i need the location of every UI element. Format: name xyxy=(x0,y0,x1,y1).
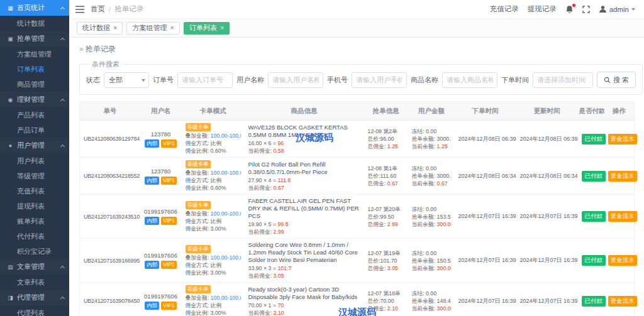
status-label: 状态 xyxy=(86,75,100,85)
method-label: 佣金方式: xyxy=(186,218,209,224)
tab-order-list[interactable]: 订单列表 xyxy=(184,22,230,35)
fund-flow-button[interactable]: 资金流水 xyxy=(608,134,637,144)
update-time: 2024年12月07日 16:39:19 xyxy=(516,239,578,283)
card-mode-tag: 等级卡单 xyxy=(186,201,211,209)
sidebar-item-order-list[interactable]: 订单列表 xyxy=(0,62,69,77)
update-time: 2024年12月08日 06:39:23 xyxy=(516,121,578,158)
product-title: Pilot G2 Roller Ball Pen Refill 0.38/0.5… xyxy=(248,161,360,176)
withdraw-record-link[interactable]: 提现记录 xyxy=(528,4,557,14)
sidebar-item-article-list[interactable]: 文章列表 xyxy=(0,275,69,290)
paid-badge: 已付款 xyxy=(582,211,606,222)
sidebar-item-stats-data[interactable]: 统计数据 xyxy=(0,16,69,31)
status-select[interactable]: 全部 xyxy=(104,72,149,88)
user-menu[interactable]: admin xyxy=(599,5,635,13)
sidebar-item-agent-list[interactable]: 代理列表 xyxy=(0,305,69,316)
calc-result: 101.7 xyxy=(277,265,291,271)
fund-flow-button[interactable]: 资金流水 xyxy=(608,211,637,222)
sidebar-item-points-record[interactable]: 积分宝记录 xyxy=(0,244,69,259)
current-commission-label: 当前佣金: xyxy=(248,310,272,316)
sidebar-item-product-orders[interactable]: 产品订单 xyxy=(0,123,69,138)
user-name-input[interactable] xyxy=(268,72,323,88)
chevron-up-icon xyxy=(60,37,65,41)
sidebar-item-goods-mgmt[interactable]: 商品管理 xyxy=(0,77,69,92)
close-icon[interactable] xyxy=(113,25,117,31)
current-commission-value: 0.67 xyxy=(274,185,284,191)
fund-flow-button[interactable]: 资金流水 xyxy=(608,296,637,307)
chevron-up-icon xyxy=(60,296,65,300)
user-tag-vip: VIP1 xyxy=(161,302,176,310)
fullscreen-icon[interactable] xyxy=(582,6,590,13)
search-button[interactable]: 搜 索 xyxy=(597,72,636,88)
tab-plan-group[interactable]: 方案组管理 xyxy=(126,22,179,35)
sidebar-item-plan-group[interactable]: 方案组管理 xyxy=(0,46,69,62)
column-header: 是否付款 xyxy=(578,102,604,121)
goods-name-input[interactable] xyxy=(442,72,497,88)
bell-icon[interactable] xyxy=(565,5,574,14)
total-commission-value: 2.99 xyxy=(387,221,398,227)
sidebar-group-user-mgmt[interactable]: ● 用户管理 xyxy=(0,138,69,153)
sidebar-group-finance-mgmt[interactable]: ◉ 理财管理 xyxy=(0,92,69,107)
order-no: UB2412080634218552 xyxy=(80,158,140,195)
current-commission-value: 0.58 xyxy=(274,148,284,154)
user-tag-vip: VIP1 xyxy=(161,139,176,148)
sidebar-item-user-list[interactable]: 用户列表 xyxy=(0,153,69,168)
grab-balance-value: 150.52 xyxy=(437,258,451,264)
update-time: 2024年12月07日 16:39:17 xyxy=(516,283,578,316)
total-commission-label: 总佣金: xyxy=(368,305,386,312)
tab-label: 订单列表 xyxy=(189,23,217,33)
tab-label: 统计数据 xyxy=(82,23,110,33)
close-icon[interactable] xyxy=(220,25,224,31)
hamburger-icon[interactable] xyxy=(75,6,84,13)
order-time-input[interactable] xyxy=(533,72,593,88)
order-time-label: 下单时间 xyxy=(501,75,529,85)
fund-flow-button[interactable]: 资金流水 xyxy=(608,171,637,182)
order-no-input[interactable] xyxy=(177,72,233,88)
phone-label: 手机号 xyxy=(327,75,348,85)
stack-label: 叠加金额: xyxy=(186,295,209,301)
sidebar-item-withdraw-list[interactable]: 提现列表 xyxy=(0,199,69,214)
notification-dot xyxy=(572,4,575,7)
current-balance-value: 0.67 xyxy=(437,180,448,187)
breadcrumb-home[interactable]: 首页 xyxy=(91,4,105,14)
ratio-label: 佣金比例: xyxy=(186,226,209,232)
sidebar-item-proxy-pay-list[interactable]: 代付列表 xyxy=(0,229,69,244)
close-icon[interactable] xyxy=(170,25,174,31)
total-commission-label: 总佣金: xyxy=(368,143,386,150)
sidebar-item-label: 账单列表 xyxy=(17,217,64,226)
sidebar-item-label: 文章列表 xyxy=(17,278,64,287)
sidebar-item-recharge-list[interactable]: 充值列表 xyxy=(0,183,69,199)
stack-label: 叠加金额: xyxy=(186,170,209,176)
caret-down-icon xyxy=(631,8,635,11)
menu-icon: ◉ xyxy=(6,97,14,103)
sidebar-item-product-list[interactable]: 产品列表 xyxy=(0,107,69,123)
phone-input[interactable] xyxy=(352,72,407,88)
sidebar-group-article-mgmt[interactable]: ▤ 文章管理 xyxy=(0,259,69,275)
current-commission-label: 当前佣金: xyxy=(248,185,272,191)
total-commission-label: 总佣金: xyxy=(368,221,386,227)
sidebar-group-grab-mgmt[interactable]: ▣ 抢单管理 xyxy=(0,31,69,46)
tab-stats-data[interactable]: 统计数据 xyxy=(77,22,123,35)
current-balance-label: 当前余额: xyxy=(412,305,436,312)
tabbar: 统计数据 方案组管理 订单列表 xyxy=(69,19,644,38)
frozen-value: 0.00 xyxy=(426,250,436,256)
fund-flow-button[interactable]: 资金流水 xyxy=(608,255,637,266)
table-header-row: 单号用户名卡单模式商品信息抢单信息用户金额下单时间更新时间是否付款操作 xyxy=(80,102,635,121)
recharge-record-link[interactable]: 充值记录 xyxy=(490,4,519,14)
ratio-value: 3.00% xyxy=(211,270,226,276)
username: 0199197606 xyxy=(144,252,177,259)
sidebar-item-bill-list[interactable]: 账单列表 xyxy=(0,214,69,229)
total-price-label: 总价: xyxy=(368,136,380,142)
sidebar-item-level-mgmt[interactable]: 等级管理 xyxy=(0,168,69,183)
sidebar-group-agent-mgmt[interactable]: ◨ 代理管理 xyxy=(0,290,69,305)
grab-balance-value: 3000.00 xyxy=(437,173,451,179)
sidebar-item-label: 理财管理 xyxy=(17,95,61,104)
grab-balance-label: 抢单余额: xyxy=(412,258,436,264)
column-header: 用户金额 xyxy=(408,102,455,121)
total-price-label: 总价: xyxy=(368,173,380,179)
card-mode-tag: 等级卡单 xyxy=(186,160,211,168)
sidebar-item-label: 提现列表 xyxy=(17,202,64,211)
sidebar-group-home-stats[interactable]: ▦ 首页统计 xyxy=(0,0,69,16)
menu-icon: ● xyxy=(6,143,14,149)
total-price-value: 111.60 xyxy=(380,173,397,179)
chevron-up-icon xyxy=(60,98,65,102)
